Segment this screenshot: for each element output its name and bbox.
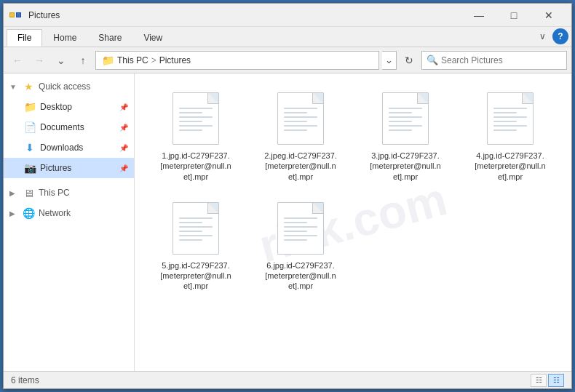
- sidebar-item-downloads[interactable]: ⬇ Downloads 📌: [4, 137, 134, 158]
- file-line: [284, 235, 317, 236]
- file-line: [284, 226, 317, 228]
- address-bar: ← → ⌄ ↑ 📁 This PC > Pictures ⌄ ↻ 🔍: [4, 47, 571, 73]
- pin-icon-docs: 📌: [119, 124, 128, 132]
- quick-access-label: Quick access: [39, 81, 90, 92]
- sidebar: ▼ ★ Quick access 📁 Desktop 📌 📄 Documents…: [4, 73, 135, 371]
- title-bar-icon: [9, 9, 24, 21]
- file-line: [284, 121, 307, 122]
- forward-button[interactable]: →: [30, 51, 49, 70]
- network-label: Network: [39, 208, 71, 218]
- file-name: 2.jpeg.id-C279F237.[meterpreter@null.net…: [264, 151, 337, 182]
- file-line: [179, 116, 213, 118]
- sidebar-item-documents[interactable]: 📄 Documents 📌: [4, 117, 134, 137]
- pin-icon-dl: 📌: [119, 144, 128, 152]
- file-lines: [493, 108, 527, 134]
- expand-icon: ▼: [9, 83, 18, 91]
- network-icon: 🌐: [23, 207, 34, 219]
- title-controls: — □ ✕: [462, 4, 566, 26]
- search-box[interactable]: 🔍: [421, 51, 567, 70]
- pin-icon-pic: 📌: [119, 164, 128, 172]
- path-sep-1: >: [151, 55, 156, 65]
- file-line: [179, 129, 202, 131]
- file-line: [179, 112, 202, 113]
- file-line: [284, 116, 317, 118]
- sidebar-item-quick-access[interactable]: ▼ ★ Quick access: [4, 76, 134, 97]
- up-button[interactable]: ↑: [74, 51, 92, 70]
- file-item[interactable]: 1.jpg.id-C279F237.[meterpreter@null.net]…: [146, 85, 245, 186]
- files-grid: 1.jpg.id-C279F237.[meterpreter@null.net]…: [146, 85, 560, 296]
- corner-fold: [208, 93, 218, 103]
- file-icon-wrapper: [170, 89, 222, 148]
- documents-icon: 📄: [24, 121, 36, 133]
- file-item[interactable]: 5.jpg.id-C279F237.[meterpreter@null.net]…: [146, 195, 245, 296]
- sidebar-item-this-pc[interactable]: ▶ 🖥 This PC: [4, 183, 134, 203]
- close-button[interactable]: ✕: [532, 4, 566, 26]
- path-pictures[interactable]: Pictures: [159, 55, 191, 65]
- refresh-button[interactable]: ↻: [400, 51, 419, 70]
- downloads-label: Downloads: [40, 143, 83, 153]
- download-icon: ⬇: [24, 142, 36, 153]
- grid-view-button[interactable]: ☷: [548, 374, 564, 387]
- file-line: [493, 129, 517, 131]
- file-lines: [179, 217, 213, 244]
- path-icon: 📁: [102, 55, 114, 66]
- network-expand-icon: ▶: [9, 209, 18, 217]
- search-icon: 🔍: [427, 55, 438, 65]
- file-area[interactable]: risk.com: [135, 73, 571, 371]
- corner-fold: [523, 93, 533, 103]
- file-line: [284, 231, 307, 232]
- pictures-label: Pictures: [40, 163, 71, 173]
- file-icon: [172, 202, 219, 255]
- tab-home[interactable]: Home: [42, 29, 87, 47]
- sidebar-item-desktop[interactable]: 📁 Desktop 📌: [4, 97, 134, 117]
- file-line: [284, 217, 317, 219]
- sidebar-item-pictures[interactable]: 📷 Pictures 📌: [4, 158, 134, 178]
- documents-label: Documents: [40, 122, 84, 132]
- address-path[interactable]: 📁 This PC > Pictures: [95, 51, 379, 70]
- file-item[interactable]: 6.jpg.id-C279F237.[meterpreter@null.net]…: [251, 195, 350, 296]
- file-item[interactable]: 3.jpg.id-C279F237.[meterpreter@null.net]…: [356, 85, 455, 186]
- file-line: [179, 108, 213, 109]
- tab-file[interactable]: File: [7, 29, 42, 47]
- file-line: [179, 121, 202, 122]
- ribbon-right: ∨ ?: [534, 26, 568, 47]
- file-icon-wrapper: [484, 89, 536, 148]
- file-icon: [277, 202, 324, 255]
- file-line: [179, 217, 213, 219]
- file-line: [389, 125, 422, 127]
- file-item[interactable]: 4.jpg.id-C279F237.[meterpreter@null.net]…: [461, 85, 560, 186]
- sidebar-item-network[interactable]: ▶ 🌐 Network: [4, 203, 134, 223]
- file-line: [284, 125, 317, 127]
- list-view-button[interactable]: ☷: [531, 374, 547, 387]
- file-line: [284, 112, 307, 113]
- file-icon-wrapper: [170, 199, 222, 257]
- file-line: [389, 116, 422, 118]
- path-dropdown-button[interactable]: ⌄: [382, 51, 397, 70]
- tab-share[interactable]: Share: [87, 29, 132, 47]
- file-line: [493, 112, 517, 113]
- file-explorer-window: Pictures — □ ✕ File Home Share View ∨ ? …: [3, 3, 572, 389]
- back-button[interactable]: ←: [8, 51, 27, 70]
- minimize-button[interactable]: —: [462, 4, 496, 26]
- file-lines: [389, 108, 422, 134]
- search-input[interactable]: [441, 55, 562, 65]
- path-this-pc[interactable]: This PC: [117, 55, 148, 65]
- pc-icon: 🖥: [23, 187, 34, 199]
- file-name: 6.jpg.id-C279F237.[meterpreter@null.net]…: [264, 260, 337, 292]
- ribbon-tabs: File Home Share View ∨ ?: [4, 27, 571, 47]
- tab-view[interactable]: View: [132, 29, 173, 47]
- main-content: ▼ ★ Quick access 📁 Desktop 📌 📄 Documents…: [4, 73, 571, 371]
- pictures-icon: 📷: [24, 162, 36, 174]
- maximize-button[interactable]: □: [497, 4, 531, 26]
- ribbon-help-button[interactable]: ?: [552, 28, 568, 44]
- file-icon-wrapper: [274, 89, 327, 148]
- file-line: [389, 108, 422, 109]
- corner-fold: [313, 93, 323, 103]
- ribbon-expand-button[interactable]: ∨: [534, 28, 551, 44]
- file-line: [389, 121, 412, 122]
- file-icon: [172, 92, 219, 145]
- file-item[interactable]: 2.jpeg.id-C279F237.[meterpreter@null.net…: [251, 85, 350, 186]
- file-line: [179, 235, 213, 236]
- recent-locations-button[interactable]: ⌄: [52, 51, 71, 70]
- file-lines: [284, 217, 317, 244]
